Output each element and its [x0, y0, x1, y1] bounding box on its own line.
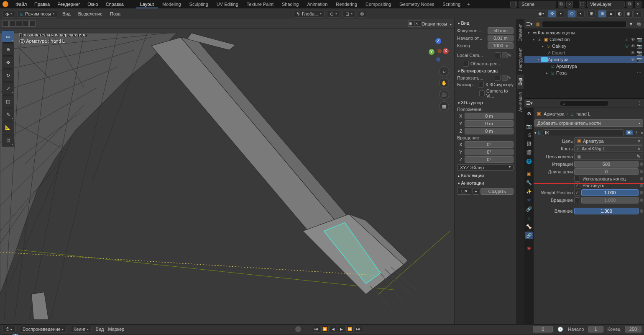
timeline-view[interactable]: Вид	[96, 327, 104, 332]
playback-dropdown[interactable]: Воспроизведение ▾	[20, 326, 66, 332]
ptab-output[interactable]: 🖨	[525, 131, 533, 139]
ik-chainlen-field[interactable]: 0	[574, 168, 639, 175]
workspace-tab-texture-paint[interactable]: Texture Paint	[243, 0, 278, 8]
close-npanel-icon[interactable]: ×	[415, 21, 421, 27]
nav-pan-icon[interactable]: ✋	[439, 78, 449, 88]
ik-weightpos-slider[interactable]: 1.000	[581, 189, 639, 196]
jump-prevkey-icon[interactable]: ⏪	[321, 326, 329, 332]
header-pose[interactable]: Поза	[107, 11, 123, 16]
workspace-tab-compositing[interactable]: Compositing	[361, 0, 395, 8]
ntab-view[interactable]: Вид	[517, 75, 524, 89]
ptab-physics[interactable]: ⚛	[525, 196, 533, 204]
scene-browse-icon[interactable]: ⬚	[510, 1, 517, 8]
current-frame-field[interactable]: 0	[533, 326, 553, 332]
local-camera-checkbox[interactable]	[495, 52, 501, 58]
jump-nextkey-icon[interactable]: ⏩	[346, 326, 354, 332]
editor-type-dropdown[interactable]: ⬗▾	[3, 10, 15, 18]
cursor-z-field[interactable]: 0 m	[465, 128, 514, 134]
constraint-extras-icon[interactable]: ⋮	[634, 130, 639, 136]
scene-delete-icon[interactable]: ×	[566, 1, 573, 8]
anim-dot[interactable]	[640, 184, 643, 187]
shading-rendered[interactable]: ◉	[624, 10, 633, 18]
anim-dot[interactable]	[640, 170, 643, 173]
lock-object-checkbox[interactable]	[495, 75, 501, 81]
ik-poletarget-field[interactable]: ▣✎	[574, 153, 643, 160]
outliner-type-icon[interactable]: ☰▾	[526, 21, 533, 27]
pose-options-dropdown[interactable]: Опции позы ▾	[422, 21, 452, 26]
annotation-new-button[interactable]: +	[473, 188, 479, 195]
tool-transform[interactable]: ◫	[2, 95, 14, 108]
ntab-item[interactable]: Элемент	[517, 21, 524, 45]
cursor-rx-field[interactable]: 0°	[465, 141, 514, 148]
clip-end-field[interactable]: 1000 m	[488, 42, 514, 49]
ptab-obj-constraints[interactable]: 🔗	[525, 205, 533, 213]
ptab-armature[interactable]: ⟀	[525, 214, 533, 222]
menu-help[interactable]: Справка	[102, 0, 128, 8]
workspace-tab-layout[interactable]: Layout	[136, 0, 158, 8]
viewlayer-browse-icon[interactable]: ⬚	[579, 1, 585, 8]
focal-length-field[interactable]: 50 mm	[488, 27, 514, 34]
ik-bone-field[interactable]: ⟀ArmIKRig L×	[574, 145, 643, 152]
selbox-2[interactable]	[9, 21, 15, 27]
ik-iterations-field[interactable]: 500	[574, 161, 639, 168]
start-frame-field[interactable]: 1	[588, 326, 603, 332]
ptab-particles[interactable]: ✨	[525, 188, 533, 195]
autokey-toggle[interactable]	[295, 326, 301, 332]
visibility-toggle[interactable]: ◉▾	[537, 10, 545, 18]
outliner-tree[interactable]: ▾▭Коллекция сцены ▾☑▣Collection☑👁📷 ▸▽Oak…	[524, 28, 644, 98]
navigation-gizmo[interactable]: Z Y X	[426, 37, 451, 62]
tool-rotate[interactable]: ↻	[2, 69, 14, 82]
section-view[interactable]: Вид	[455, 19, 516, 27]
ptab-object[interactable]: ▣	[525, 170, 533, 178]
props-type-icon[interactable]: ☰▾	[526, 100, 533, 106]
scene-name-field[interactable]: Scene	[519, 1, 556, 8]
nav-persp-icon[interactable]: ▦	[439, 101, 449, 111]
filter-icon[interactable]: ⊕	[408, 21, 414, 27]
end-frame-field[interactable]: 250	[625, 326, 641, 332]
proportional-toggle[interactable]: ◎	[358, 10, 366, 18]
shading-matprev[interactable]: ◐	[616, 10, 624, 18]
workspace-tab-scripting[interactable]: Scripting	[438, 0, 465, 8]
menu-edit[interactable]: Правка	[31, 0, 54, 8]
keying-dropdown[interactable]: Кеинг ▾	[71, 326, 92, 332]
workspace-tab-modeling[interactable]: Modeling	[158, 0, 185, 8]
timeline-type-dropdown[interactable]: ⏱▾	[3, 326, 15, 332]
annotation-create-button[interactable]: Создать	[480, 188, 514, 195]
workspace-tab-shading[interactable]: Shading	[278, 0, 303, 8]
xray-toggle[interactable]: ⊞	[587, 10, 595, 18]
ptab-tool[interactable]: 🛠	[525, 110, 533, 117]
gizmo-toggle[interactable]: ✥	[548, 10, 556, 18]
selbox-5[interactable]	[29, 21, 36, 27]
tool-move[interactable]: ✥	[2, 56, 14, 69]
ptab-scene[interactable]: 🎬	[525, 149, 533, 156]
ptab-viewlayer[interactable]: 🖼	[525, 140, 533, 147]
viewlayer-delete-icon[interactable]: ×	[635, 1, 641, 8]
render-region-checkbox[interactable]	[463, 61, 469, 67]
viewlayer-new-icon[interactable]: ⧉	[626, 1, 633, 8]
ptab-render[interactable]: 📷	[525, 122, 533, 130]
outliner-filter-icon[interactable]: ▼	[628, 21, 634, 26]
ntab-anim[interactable]: Анимация	[517, 89, 524, 115]
anim-dot[interactable]	[640, 162, 643, 166]
ntab-tool[interactable]: Инструмент	[517, 45, 524, 75]
add-workspace-button[interactable]: +	[465, 2, 472, 7]
crumb-bone[interactable]: hand L	[576, 111, 590, 116]
play-forward-icon[interactable]: ▶	[338, 326, 345, 332]
clip-start-field[interactable]: 0.01 m	[488, 35, 514, 41]
header-view[interactable]: Вид	[60, 11, 73, 16]
pivot-dropdown[interactable]: ⊙▾	[327, 10, 340, 18]
ptab-bone[interactable]: 🦴	[525, 223, 533, 230]
add-bone-constraint-button[interactable]: Добавить ограничитель кости▾	[534, 119, 643, 127]
properties-search-input[interactable]	[560, 100, 609, 106]
ik-rotation-slider[interactable]: 1.000	[581, 197, 639, 204]
jump-start-icon[interactable]: ⏮	[313, 326, 320, 332]
outliner-search-input[interactable]	[542, 21, 626, 27]
cursor-ry-field[interactable]: 0°	[465, 149, 514, 155]
shading-options[interactable]: ▾	[633, 10, 641, 18]
tool-breakdowner[interactable]: ᛞ▾	[2, 134, 14, 147]
anim-dot[interactable]	[640, 177, 643, 180]
annotation-data-dropdown[interactable]: ⬚▾	[457, 188, 471, 195]
selbox-1[interactable]	[3, 21, 9, 27]
cursor-rz-field[interactable]: 0°	[465, 156, 514, 163]
ptab-world[interactable]: 🌐	[525, 157, 533, 165]
